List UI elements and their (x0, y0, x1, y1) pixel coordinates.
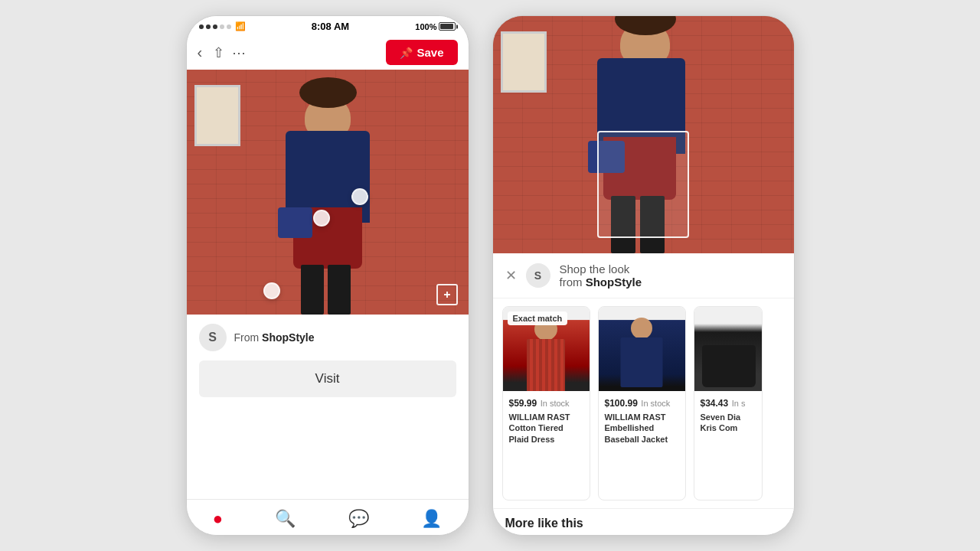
product-info-2: $100.99 In stock WILLIAM RAST Embellishe… (599, 391, 685, 500)
shop-title-text: Shop the look (560, 262, 782, 276)
right-window (501, 31, 547, 93)
nav-pinterest[interactable]: ● (213, 509, 223, 529)
signal-dot-1 (199, 24, 204, 29)
save-button[interactable]: 📌 Save (386, 40, 457, 65)
product-card-1[interactable]: Exact match $59.99 In stock WILLIAM RAST… (502, 306, 590, 500)
signal-dot-2 (206, 24, 211, 29)
selection-box[interactable] (597, 131, 689, 238)
phone-left: 📶 8:08 AM 100% ‹ ⇧ ⋯ 📌 Save (186, 15, 469, 536)
shop-header: ✕ S Shop the look from ShopStyle (493, 253, 794, 298)
right-main-image (493, 16, 794, 253)
battery-area: 100% (415, 22, 456, 31)
main-image (187, 70, 469, 315)
signal-dot-4 (220, 24, 224, 29)
crop-button[interactable] (436, 284, 458, 305)
product-stock-3-text: In s (732, 399, 746, 408)
product-info-1: $59.99 In stock WILLIAM RAST Cotton Tier… (503, 391, 590, 500)
battery-fill (440, 24, 452, 29)
source-text: From ShopStyle (234, 331, 315, 344)
pin-icon: 📌 (400, 47, 413, 59)
phone-right: ✕ S Shop the look from ShopStyle (492, 15, 795, 536)
product-name-2: WILLIAM RAST Embellished Baseball Jacket (605, 412, 679, 445)
product-price-1: $59.99 (509, 398, 537, 409)
product-stock-2-text: In stock (641, 399, 670, 408)
touch-dot-2[interactable] (313, 210, 330, 227)
status-bar-left: 📶 8:08 AM 100% (187, 16, 469, 35)
shop-avatar: S (526, 263, 550, 288)
visit-button[interactable]: Visit (199, 360, 456, 397)
product-image-1: Exact match (503, 307, 590, 391)
touch-dot-3[interactable] (263, 282, 280, 299)
more-title: More like this (505, 517, 583, 530)
back-button[interactable]: ‹ (198, 44, 203, 61)
exact-match-badge: Exact match (508, 311, 568, 325)
product-card-3[interactable]: $34.43 In s Seven Dia Kris Com (694, 306, 763, 500)
shop-title-brand: from ShopStyle (560, 276, 782, 289)
product-price-2: $100.99 (605, 398, 638, 409)
product-name-3: Seven Dia Kris Com (701, 412, 756, 434)
product-info-3: $34.43 In s Seven Dia Kris Com (694, 391, 762, 500)
battery-percent: 100% (415, 22, 436, 31)
shop-title: Shop the look from ShopStyle (560, 262, 782, 289)
save-label: Save (416, 46, 443, 59)
more-section: More like this (493, 508, 794, 535)
product-stock-1-text: In stock (541, 399, 570, 408)
products-row: Exact match $59.99 In stock WILLIAM RAST… (493, 298, 794, 508)
source-row: S From ShopStyle (187, 315, 469, 360)
status-time: 8:08 AM (312, 21, 349, 32)
product-name-1: WILLIAM RAST Cotton Tiered Plaid Dress (509, 412, 583, 445)
window-decoration (194, 85, 240, 146)
chat-icon: 💬 (348, 509, 369, 529)
signal-area: 📶 (199, 21, 246, 31)
shop-panel: ✕ S Shop the look from ShopStyle (493, 253, 794, 535)
nav-profile[interactable]: 👤 (421, 509, 442, 529)
signal-dot-3 (213, 24, 217, 29)
search-icon: 🔍 (275, 509, 296, 529)
wifi-icon: 📶 (235, 21, 246, 31)
nav-chat[interactable]: 💬 (348, 509, 369, 529)
battery-icon (439, 22, 456, 31)
nav-bar-left: ‹ ⇧ ⋯ 📌 Save (187, 35, 469, 70)
nav-search[interactable]: 🔍 (275, 509, 296, 529)
product-card-2[interactable]: $100.99 In stock WILLIAM RAST Embellishe… (598, 306, 686, 500)
share-button[interactable]: ⇧ (213, 44, 224, 61)
touch-dot-1[interactable] (351, 188, 368, 205)
product-price-3: $34.43 (701, 398, 729, 409)
bottom-nav: ● 🔍 💬 👤 (187, 499, 469, 535)
product-image-3 (694, 307, 762, 391)
signal-dot-5 (227, 24, 231, 29)
close-button[interactable]: ✕ (505, 267, 517, 284)
profile-icon: 👤 (421, 509, 442, 529)
pinterest-icon: ● (213, 509, 223, 529)
source-avatar: S (199, 324, 227, 351)
more-options-button[interactable]: ⋯ (232, 44, 378, 61)
person-figure (274, 100, 381, 315)
right-content: ✕ S Shop the look from ShopStyle (493, 16, 794, 535)
product-image-2 (599, 307, 685, 391)
